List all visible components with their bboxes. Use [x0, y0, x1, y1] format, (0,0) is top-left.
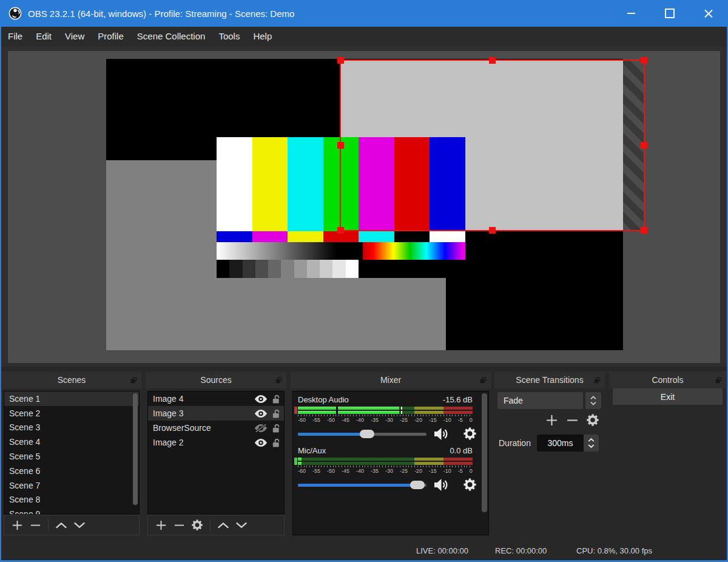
- channel-settings-gear-icon[interactable]: [463, 478, 477, 492]
- visibility-eye-icon[interactable]: [254, 410, 268, 418]
- menu-item[interactable]: Scene Collection: [130, 27, 212, 46]
- source-properties-gear-icon[interactable]: [188, 518, 206, 532]
- scenes-panel-header[interactable]: Scenes: [2, 371, 141, 388]
- float-panel-icon[interactable]: [480, 377, 487, 384]
- transition-select[interactable]: Fade: [497, 392, 583, 409]
- add-scene-button[interactable]: [8, 518, 26, 532]
- menu-item[interactable]: Help: [246, 27, 278, 46]
- move-source-down-button[interactable]: [232, 518, 251, 532]
- statusbar: LIVE: 00:00:00 REC: 00:00:00 CPU: 0.8%, …: [0, 537, 728, 560]
- visibility-eye-icon[interactable]: [254, 439, 268, 447]
- smpte-step: [229, 260, 242, 278]
- close-button[interactable]: [689, 0, 728, 27]
- transition-properties-gear-icon[interactable]: [585, 413, 600, 427]
- source-list-item[interactable]: Image 4: [148, 391, 284, 406]
- smpte-row2-seg: [217, 231, 252, 242]
- sources-list[interactable]: Image 4 Image 3: [147, 391, 285, 515]
- volume-slider[interactable]: [298, 425, 426, 442]
- menu-item[interactable]: View: [58, 27, 91, 46]
- duration-spinner-arrows[interactable]: [584, 435, 599, 452]
- menu-item[interactable]: Edit: [29, 27, 58, 46]
- minimize-button[interactable]: [612, 0, 650, 27]
- channel-name: Mic/Aux: [298, 446, 326, 455]
- resize-handle-bottom-middle[interactable]: [489, 227, 496, 234]
- source-list-item[interactable]: BrowserSource: [148, 421, 284, 435]
- move-scene-up-button[interactable]: [52, 518, 70, 532]
- speaker-icon[interactable]: [433, 426, 448, 442]
- control-button[interactable]: Exit: [613, 388, 723, 405]
- scene-list-item[interactable]: Scene 6: [4, 464, 139, 478]
- scene-list-item[interactable]: Scene 4: [4, 435, 139, 449]
- source-list-item[interactable]: Image 3: [148, 406, 284, 421]
- scene-list-item[interactable]: Scene 3: [4, 421, 139, 435]
- scale-label: -60: [298, 417, 306, 423]
- visibility-eye-icon[interactable]: [254, 395, 268, 403]
- mixer-scrollbar[interactable]: [482, 393, 487, 512]
- move-scene-down-button[interactable]: [70, 518, 89, 532]
- scenes-list[interactable]: Scene 1 Scene 2 Scene 3 Scene 4 Scene 5: [4, 391, 140, 515]
- menu-item[interactable]: Profile: [91, 27, 130, 46]
- duration-spinbox[interactable]: 300ms: [537, 435, 599, 452]
- scene-list-item[interactable]: Scene 2: [4, 406, 139, 421]
- remove-transition-button[interactable]: [565, 413, 579, 427]
- maximize-button[interactable]: [650, 0, 689, 27]
- resize-handle-top-right[interactable]: [641, 57, 647, 64]
- duration-value[interactable]: 300ms: [537, 435, 584, 452]
- smpte-row2-seg: [252, 231, 288, 242]
- visibility-eye-off-icon[interactable]: [254, 424, 268, 432]
- scenes-scrollbar[interactable]: [133, 393, 138, 505]
- scene-list-item[interactable]: Scene 8: [4, 493, 139, 507]
- scene-list-item[interactable]: Scene 5: [4, 449, 139, 464]
- volume-slider-handle[interactable]: [360, 430, 374, 438]
- scene-name: Scene 5: [9, 452, 135, 461]
- lock-icon[interactable]: [271, 424, 280, 433]
- source-name: Image 2: [153, 438, 254, 447]
- lock-icon[interactable]: [271, 394, 280, 404]
- remove-scene-button[interactable]: [26, 518, 44, 532]
- smpte-black-block: [359, 260, 465, 278]
- controls-panel-header[interactable]: Controls: [609, 371, 726, 388]
- lock-icon[interactable]: [271, 438, 280, 447]
- channel-settings-gear-icon[interactable]: [463, 427, 477, 441]
- volume-slider-handle[interactable]: [410, 481, 425, 489]
- resize-handle-bottom-right[interactable]: [641, 227, 647, 234]
- channel-status-indicator: [294, 458, 297, 465]
- menu-item[interactable]: Tools: [212, 27, 246, 46]
- speaker-icon[interactable]: [433, 477, 448, 493]
- remove-source-button[interactable]: [170, 518, 188, 532]
- window-border-left: [0, 27, 1, 562]
- mixer-panel-header[interactable]: Mixer: [291, 371, 491, 388]
- smpte-step: [281, 260, 294, 278]
- move-source-up-button[interactable]: [214, 518, 232, 532]
- titlebar[interactable]: OBS 23.2.1 (64-bit, windows) - Profile: …: [0, 0, 728, 27]
- resize-handle-bottom-left[interactable]: [337, 227, 344, 234]
- volume-slider[interactable]: [298, 476, 426, 493]
- selection-rectangle[interactable]: [340, 59, 645, 231]
- scene-list-item[interactable]: Scene 1: [4, 391, 139, 406]
- add-transition-button[interactable]: [544, 413, 559, 427]
- menu-item[interactable]: File: [1, 27, 29, 46]
- scale-label: -50: [327, 417, 335, 423]
- source-list-item[interactable]: Image 2: [148, 435, 284, 450]
- minimize-icon: [627, 13, 635, 14]
- resize-handle-middle-left[interactable]: [337, 142, 344, 149]
- resize-handle-middle-right[interactable]: [641, 142, 647, 149]
- resize-handle-top-middle[interactable]: [489, 57, 496, 64]
- mixer-content: Desktop Audio -15.6 dB -60-55-50-45-40-3…: [292, 391, 489, 535]
- float-panel-icon[interactable]: [130, 377, 137, 384]
- add-source-button[interactable]: [152, 518, 170, 532]
- lock-icon[interactable]: [271, 409, 280, 418]
- preview-canvas[interactable]: [8, 51, 720, 363]
- scene-list-item[interactable]: Scene 9: [4, 507, 139, 515]
- smpte-bar: [217, 137, 252, 231]
- sources-panel-header[interactable]: Sources: [146, 371, 286, 388]
- float-panel-icon[interactable]: [715, 377, 722, 384]
- scene-list-item[interactable]: Scene 7: [4, 478, 139, 493]
- channel-db-value: -15.6 dB: [443, 395, 473, 404]
- transitions-panel-header[interactable]: Scene Transitions: [494, 371, 605, 388]
- float-panel-icon[interactable]: [594, 377, 601, 384]
- resize-handle-top-left[interactable]: [337, 57, 344, 64]
- float-panel-icon[interactable]: [275, 377, 282, 384]
- transition-select-spinner[interactable]: [585, 392, 601, 409]
- duration-label: Duration: [499, 438, 531, 448]
